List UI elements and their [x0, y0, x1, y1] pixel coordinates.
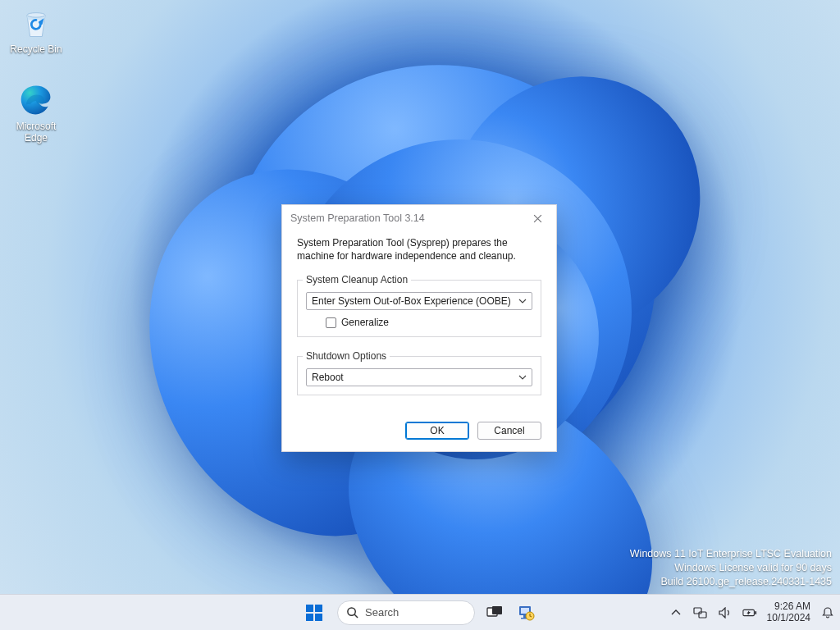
desktop-icon-label: Microsoft Edge	[3, 121, 69, 144]
sysprep-app-icon	[516, 603, 536, 623]
sysprep-dialog: System Preparation Tool 3.14 System Prep…	[281, 204, 557, 452]
battery-icon[interactable]	[742, 605, 757, 620]
svg-rect-2	[315, 605, 322, 612]
cancel-button[interactable]: Cancel	[477, 422, 541, 440]
svg-rect-3	[306, 614, 313, 621]
button-label: Cancel	[494, 425, 524, 436]
desktop-icon-recycle-bin[interactable]: Recycle Bin	[3, 5, 69, 55]
tray-overflow-button[interactable]	[669, 605, 683, 620]
desktop-icon-edge[interactable]: Microsoft Edge	[3, 82, 69, 144]
dialog-description: System Preparation Tool (Sysprep) prepar…	[297, 236, 541, 262]
edge-icon	[18, 82, 54, 118]
svg-rect-1	[306, 605, 313, 612]
start-button[interactable]	[303, 601, 326, 624]
recycle-bin-icon	[18, 5, 54, 41]
taskbar-search[interactable]: Search	[337, 600, 475, 625]
desktop-icon-label: Recycle Bin	[3, 43, 69, 55]
notifications-button[interactable]	[820, 605, 835, 620]
group-system-cleanup-action: System Cleanup Action Enter System Out-o…	[297, 274, 541, 337]
svg-rect-16	[755, 611, 756, 614]
group-label: Shutdown Options	[303, 350, 390, 362]
dialog-title: System Preparation Tool 3.14	[290, 212, 425, 224]
taskbar: Search	[0, 594, 840, 630]
group-label: System Cleanup Action	[303, 274, 411, 285]
svg-rect-13	[694, 608, 701, 614]
group-shutdown-options: Shutdown Options Reboot	[297, 350, 541, 395]
button-label: OK	[430, 425, 444, 436]
clock-date: 10/1/2024	[767, 613, 810, 624]
watermark-line: Build 26100.ge_release.240331-1435	[630, 575, 832, 589]
chevron-down-icon	[518, 299, 527, 304]
select-value: Enter System Out-of-Box Experience (OOBE…	[312, 295, 511, 307]
chevron-down-icon	[518, 375, 527, 380]
windows-evaluation-watermark: Windows 11 IoT Enterprise LTSC Evaluatio…	[630, 547, 832, 589]
dialog-titlebar[interactable]: System Preparation Tool 3.14	[282, 205, 556, 231]
windows-logo-icon	[305, 604, 323, 622]
select-value: Reboot	[312, 372, 344, 383]
generalize-checkbox[interactable]	[326, 317, 336, 328]
system-tray: 9:26 AM 10/1/2024	[669, 595, 835, 631]
watermark-line: Windows License valid for 90 days	[630, 561, 832, 575]
taskbar-app-sysprep[interactable]	[514, 601, 537, 624]
taskbar-task-view[interactable]	[483, 601, 506, 624]
ok-button[interactable]: OK	[405, 422, 469, 440]
shutdown-options-select[interactable]: Reboot	[306, 368, 532, 386]
svg-rect-14	[699, 612, 706, 618]
clock-time: 9:26 AM	[767, 601, 810, 613]
close-icon	[533, 214, 542, 223]
network-icon[interactable]	[693, 605, 708, 620]
svg-point-0	[27, 13, 45, 18]
checkbox-label: Generalize	[341, 317, 389, 328]
svg-point-5	[348, 608, 355, 615]
dialog-close-button[interactable]	[518, 205, 556, 231]
cleanup-action-select[interactable]: Enter System Out-of-Box Experience (OOBE…	[306, 292, 532, 310]
taskbar-clock[interactable]: 9:26 AM 10/1/2024	[767, 601, 810, 624]
svg-rect-4	[315, 614, 322, 621]
svg-rect-7	[492, 606, 502, 614]
search-icon	[346, 606, 358, 619]
task-view-icon	[486, 605, 504, 620]
volume-icon[interactable]	[718, 605, 733, 620]
watermark-line: Windows 11 IoT Enterprise LTSC Evaluatio…	[630, 547, 832, 561]
search-placeholder: Search	[365, 606, 399, 619]
